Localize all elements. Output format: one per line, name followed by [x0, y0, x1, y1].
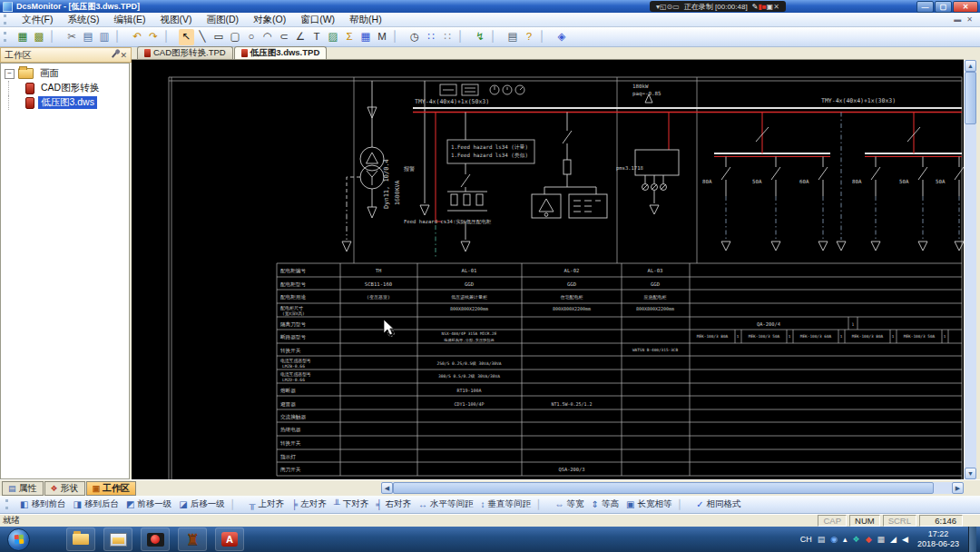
- tree-collapse-icon[interactable]: −: [5, 69, 15, 79]
- v-equal-spacing-button[interactable]: ↕垂直等间距: [476, 498, 534, 510]
- minimize-button[interactable]: —: [916, 1, 934, 13]
- panel-close-icon[interactable]: ✕: [120, 51, 127, 60]
- pin-icon[interactable]: [112, 52, 117, 58]
- separator[interactable]: ▏: [456, 29, 472, 45]
- cad-app-taskbar-icon[interactable]: A: [215, 527, 244, 551]
- arc-tool[interactable]: ◠: [260, 29, 276, 45]
- select-tool[interactable]: ↖: [179, 29, 194, 45]
- taskbar-clock[interactable]: 17:22 2018-06-23: [914, 529, 963, 550]
- help-button[interactable]: ?: [522, 29, 537, 45]
- recorder-taskbar-icon[interactable]: [141, 527, 170, 551]
- menu-item[interactable]: 帮助(H): [342, 13, 389, 27]
- tree-root-screens[interactable]: 画面: [37, 67, 62, 80]
- show-desktop-button[interactable]: [968, 527, 976, 552]
- scroll-right-icon[interactable]: ▶: [952, 482, 964, 494]
- separator[interactable]: ▏: [162, 29, 178, 45]
- tab-lowvoltage3[interactable]: 低压图3.dws.TPD: [234, 46, 328, 59]
- separator[interactable]: ▏: [229, 498, 246, 510]
- messenger-icon[interactable]: ❖: [853, 536, 860, 544]
- move-to-front-button[interactable]: ◧移到前台: [16, 498, 69, 510]
- h-scroll-thumb[interactable]: [393, 482, 934, 494]
- menu-item[interactable]: 画图(D): [199, 13, 246, 27]
- cad-canvas[interactable]: Dyn11, 10/0.4 1600KVA TMY-4x(40x4)+1x(50…: [132, 60, 964, 479]
- marker-tool[interactable]: M: [375, 29, 390, 45]
- copy-button[interactable]: ▤: [81, 29, 96, 45]
- back-one-level-button[interactable]: ◪后移一级: [175, 498, 228, 510]
- print-button[interactable]: ▤: [505, 29, 521, 45]
- update-icon[interactable]: ▦: [877, 536, 886, 544]
- tray-expand-icon[interactable]: ▴: [843, 536, 848, 544]
- separator[interactable]: ▏: [48, 29, 64, 45]
- align-bottom-button[interactable]: ╨下对齐: [330, 498, 373, 510]
- separator[interactable]: ▏: [534, 498, 552, 510]
- separator[interactable]: ▏: [675, 498, 692, 510]
- ellipse-tool[interactable]: ○: [244, 29, 260, 45]
- redo-button[interactable]: ↷: [146, 29, 162, 45]
- app-window-taskbar-icon[interactable]: [103, 527, 132, 551]
- menu-item[interactable]: 文件(F): [15, 13, 60, 27]
- h-equal-spacing-button[interactable]: ↔水平等间距: [415, 498, 477, 510]
- forward-one-level-button[interactable]: ◩前移一级: [122, 498, 175, 510]
- v-scroll-thumb[interactable]: [965, 72, 976, 124]
- scroll-up-icon[interactable]: ▲: [965, 60, 976, 72]
- menu-item[interactable]: 对象(O): [246, 13, 293, 27]
- horizontal-scrollbar[interactable]: ◀ ▶: [381, 482, 964, 494]
- paste-button[interactable]: ▥: [97, 29, 113, 45]
- tab-cad-convert[interactable]: CAD图形转换.TPD: [137, 46, 233, 59]
- help-tray-icon[interactable]: ◉: [830, 536, 838, 544]
- equal-width-button[interactable]: ⇔等宽: [552, 498, 588, 510]
- align-left-button[interactable]: ╞左对齐: [288, 498, 330, 510]
- mdi-close-button[interactable]: ✕: [966, 15, 973, 24]
- tree-item-cad-convert[interactable]: CAD图形转换: [38, 82, 102, 94]
- curve-tool[interactable]: ⊂: [277, 29, 292, 45]
- move-to-back-button[interactable]: ◨移到后台: [69, 498, 122, 510]
- start-button[interactable]: [7, 528, 30, 551]
- text-tool[interactable]: T: [309, 29, 325, 45]
- same-format-button[interactable]: ✓相同格式: [692, 498, 744, 510]
- scroll-down-icon[interactable]: ▼: [965, 468, 976, 479]
- tree-item-lowvoltage3[interactable]: 低压图3.dws: [38, 96, 97, 109]
- tab-workspace[interactable]: ▣ 工作区: [86, 481, 137, 496]
- vertical-scrollbar[interactable]: ▲ ▼: [964, 60, 976, 479]
- security-icon[interactable]: ◆: [866, 536, 872, 544]
- undo-button[interactable]: ↶: [130, 29, 145, 45]
- restore-button[interactable]: ▢: [935, 1, 952, 13]
- rect-tool[interactable]: ▭: [211, 29, 227, 45]
- input-lang-indicator[interactable]: CH: [800, 535, 812, 544]
- equal-height-button[interactable]: ⇕等高: [588, 498, 622, 510]
- separator[interactable]: ▏: [538, 29, 554, 45]
- equal-size-button[interactable]: ▣长宽相等: [622, 498, 675, 510]
- line-tool[interactable]: ╲: [195, 29, 211, 45]
- export-button[interactable]: ▩: [32, 29, 47, 45]
- extra-tool[interactable]: ◈: [554, 29, 570, 45]
- tab-shape[interactable]: ❖ 形状: [44, 481, 85, 496]
- clock-tool[interactable]: ◷: [407, 29, 423, 45]
- separator[interactable]: ▏: [113, 29, 129, 45]
- grid-toggle[interactable]: ∷: [440, 29, 456, 45]
- menu-item[interactable]: 窗口(W): [293, 13, 342, 27]
- tab-properties[interactable]: ▤ 属性: [2, 481, 44, 496]
- close-button[interactable]: ✕: [953, 1, 978, 13]
- network-icon[interactable]: ◢: [890, 536, 897, 544]
- cut-button[interactable]: ✂: [64, 29, 80, 45]
- windows-icon[interactable]: ◱: [660, 3, 667, 11]
- close-rec-icon[interactable]: ✕: [773, 3, 779, 11]
- image-tool[interactable]: ▨: [326, 29, 341, 45]
- separator[interactable]: ▏: [391, 29, 407, 45]
- polyline-tool[interactable]: ∠: [293, 29, 309, 45]
- dcs-app-taskbar-icon[interactable]: ♜: [178, 527, 207, 551]
- keyboard-icon[interactable]: ▤: [818, 536, 826, 544]
- chart-tool[interactable]: ▦: [358, 29, 374, 45]
- menu-item[interactable]: 编辑(E): [106, 13, 152, 27]
- volume-icon[interactable]: ◀: [902, 536, 908, 544]
- explorer-taskbar-icon[interactable]: [66, 527, 95, 551]
- save-button[interactable]: ▦: [15, 29, 31, 45]
- mdi-minimize-button[interactable]: ▬: [954, 15, 961, 24]
- run-button[interactable]: ↯: [473, 29, 488, 45]
- align-right-button[interactable]: ╡右对齐: [372, 498, 415, 510]
- monitor-icon[interactable]: ▭: [672, 3, 680, 11]
- separator[interactable]: ▏: [489, 29, 505, 45]
- menu-item[interactable]: 视图(V): [152, 13, 199, 27]
- sum-tool[interactable]: Σ: [342, 29, 358, 45]
- scroll-left-icon[interactable]: ◀: [381, 482, 393, 494]
